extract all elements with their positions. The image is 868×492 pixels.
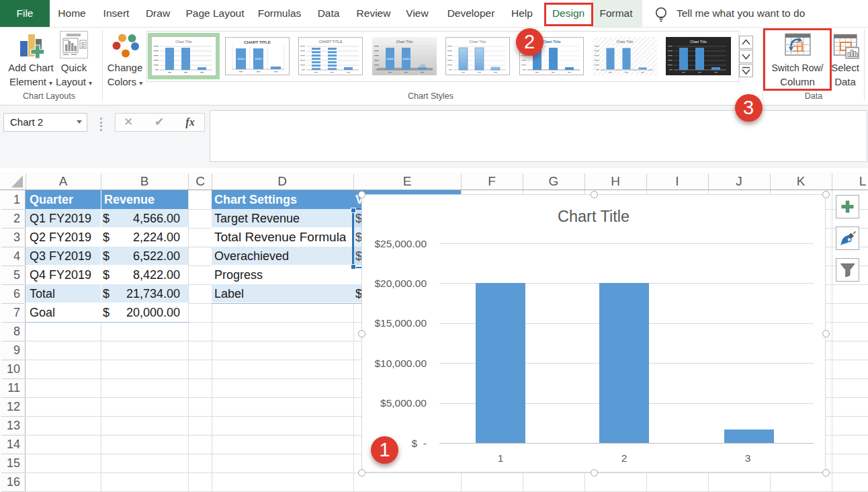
svg-text:20000: 20000 (402, 58, 410, 60)
svg-text:Chart Title: Chart Title (469, 40, 486, 44)
svg-text:CHART TITLE: CHART TITLE (244, 40, 270, 44)
svg-text:Chart Title: Chart Title (396, 40, 413, 44)
svg-text:20000: 20000 (237, 58, 245, 60)
svg-text:20000: 20000 (386, 58, 394, 60)
svg-text:1734: 1734 (419, 65, 425, 67)
svg-text:Chart Title: Chart Title (616, 40, 633, 44)
svg-text:Chart Title: Chart Title (542, 40, 560, 44)
svg-text:Chart Title: Chart Title (690, 40, 707, 44)
svg-text:20000: 20000 (255, 58, 262, 60)
svg-text:CHART TITLE: CHART TITLE (318, 40, 342, 44)
svg-text:Chart Title: Chart Title (175, 40, 192, 44)
